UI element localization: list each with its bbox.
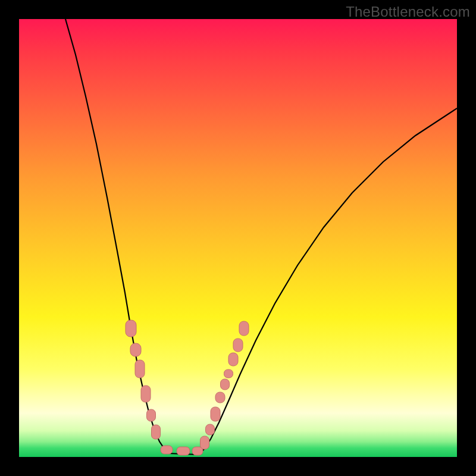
data-point — [161, 446, 173, 454]
data-points-layer — [126, 320, 249, 455]
outer-frame: TheBottleneck.com — [0, 0, 476, 476]
data-point — [126, 320, 136, 337]
data-point — [224, 369, 233, 378]
data-point — [141, 386, 151, 402]
data-point — [221, 379, 230, 390]
data-point — [135, 360, 145, 378]
bottleneck-curve — [65, 19, 457, 455]
data-point — [228, 353, 238, 366]
data-point — [206, 424, 215, 435]
data-point — [239, 321, 249, 336]
chart-svg — [19, 19, 457, 457]
plot-area — [19, 19, 457, 457]
watermark-text: TheBottleneck.com — [346, 4, 470, 20]
data-point — [177, 447, 190, 455]
data-point — [130, 343, 141, 356]
data-point — [215, 392, 225, 403]
data-point — [147, 409, 156, 421]
data-point — [152, 425, 161, 439]
data-point — [233, 339, 243, 352]
data-point — [211, 407, 220, 421]
data-point — [201, 436, 209, 449]
